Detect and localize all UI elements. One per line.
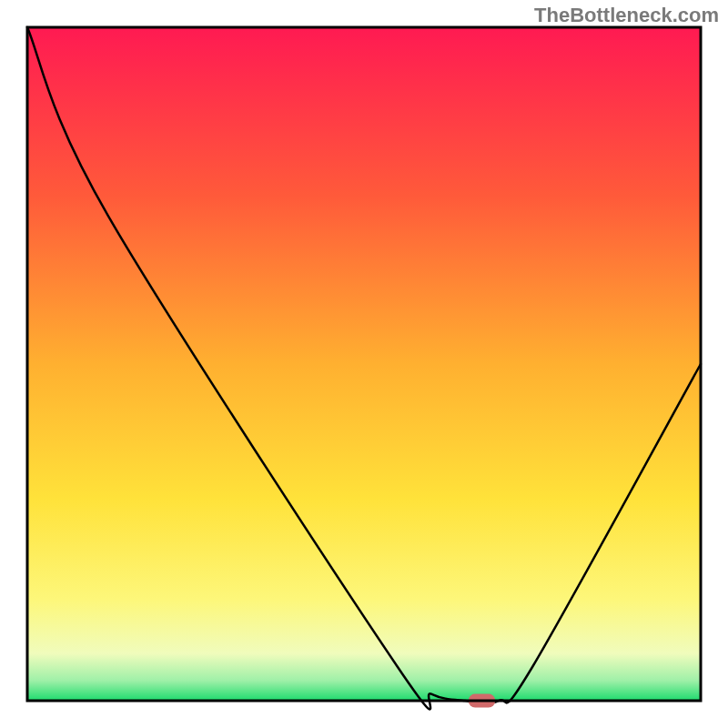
watermark-text: TheBottleneck.com <box>534 4 719 27</box>
chart-svg <box>0 0 728 728</box>
gradient-background <box>27 27 701 701</box>
plot-area <box>27 27 701 710</box>
bottleneck-chart: TheBottleneck.com <box>0 0 728 728</box>
